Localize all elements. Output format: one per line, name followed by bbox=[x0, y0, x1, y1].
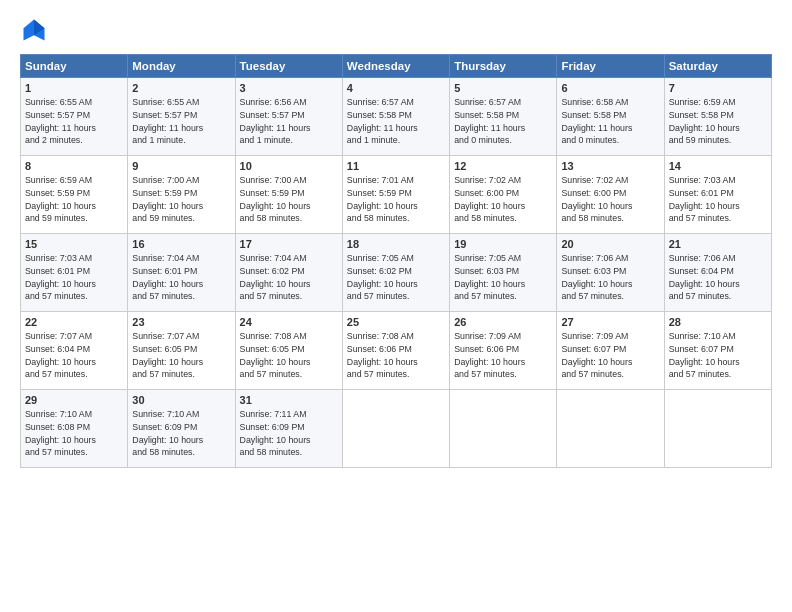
calendar-cell: 31Sunrise: 7:11 AMSunset: 6:09 PMDayligh… bbox=[235, 390, 342, 468]
calendar-cell: 29Sunrise: 7:10 AMSunset: 6:08 PMDayligh… bbox=[21, 390, 128, 468]
calendar-cell: 24Sunrise: 7:08 AMSunset: 6:05 PMDayligh… bbox=[235, 312, 342, 390]
calendar-row: 15Sunrise: 7:03 AMSunset: 6:01 PMDayligh… bbox=[21, 234, 772, 312]
calendar-row: 22Sunrise: 7:07 AMSunset: 6:04 PMDayligh… bbox=[21, 312, 772, 390]
calendar-cell: 7Sunrise: 6:59 AMSunset: 5:58 PMDaylight… bbox=[664, 78, 771, 156]
calendar-cell: 26Sunrise: 7:09 AMSunset: 6:06 PMDayligh… bbox=[450, 312, 557, 390]
calendar-cell bbox=[557, 390, 664, 468]
calendar-cell: 18Sunrise: 7:05 AMSunset: 6:02 PMDayligh… bbox=[342, 234, 449, 312]
calendar-cell: 9Sunrise: 7:00 AMSunset: 5:59 PMDaylight… bbox=[128, 156, 235, 234]
header-row: SundayMondayTuesdayWednesdayThursdayFrid… bbox=[21, 55, 772, 78]
calendar-cell: 23Sunrise: 7:07 AMSunset: 6:05 PMDayligh… bbox=[128, 312, 235, 390]
calendar-cell: 19Sunrise: 7:05 AMSunset: 6:03 PMDayligh… bbox=[450, 234, 557, 312]
calendar-cell: 28Sunrise: 7:10 AMSunset: 6:07 PMDayligh… bbox=[664, 312, 771, 390]
calendar-cell: 10Sunrise: 7:00 AMSunset: 5:59 PMDayligh… bbox=[235, 156, 342, 234]
calendar-cell: 16Sunrise: 7:04 AMSunset: 6:01 PMDayligh… bbox=[128, 234, 235, 312]
calendar-cell: 30Sunrise: 7:10 AMSunset: 6:09 PMDayligh… bbox=[128, 390, 235, 468]
calendar-row: 8Sunrise: 6:59 AMSunset: 5:59 PMDaylight… bbox=[21, 156, 772, 234]
col-header-monday: Monday bbox=[128, 55, 235, 78]
calendar-cell: 22Sunrise: 7:07 AMSunset: 6:04 PMDayligh… bbox=[21, 312, 128, 390]
logo bbox=[20, 16, 52, 44]
calendar-cell: 21Sunrise: 7:06 AMSunset: 6:04 PMDayligh… bbox=[664, 234, 771, 312]
calendar-cell: 17Sunrise: 7:04 AMSunset: 6:02 PMDayligh… bbox=[235, 234, 342, 312]
calendar-cell bbox=[664, 390, 771, 468]
col-header-tuesday: Tuesday bbox=[235, 55, 342, 78]
calendar-cell: 15Sunrise: 7:03 AMSunset: 6:01 PMDayligh… bbox=[21, 234, 128, 312]
calendar-cell: 3Sunrise: 6:56 AMSunset: 5:57 PMDaylight… bbox=[235, 78, 342, 156]
calendar-cell bbox=[450, 390, 557, 468]
col-header-friday: Friday bbox=[557, 55, 664, 78]
calendar-cell bbox=[342, 390, 449, 468]
calendar-row: 29Sunrise: 7:10 AMSunset: 6:08 PMDayligh… bbox=[21, 390, 772, 468]
calendar-cell: 27Sunrise: 7:09 AMSunset: 6:07 PMDayligh… bbox=[557, 312, 664, 390]
calendar-cell: 25Sunrise: 7:08 AMSunset: 6:06 PMDayligh… bbox=[342, 312, 449, 390]
calendar-table: SundayMondayTuesdayWednesdayThursdayFrid… bbox=[20, 54, 772, 468]
col-header-sunday: Sunday bbox=[21, 55, 128, 78]
calendar-cell: 11Sunrise: 7:01 AMSunset: 5:59 PMDayligh… bbox=[342, 156, 449, 234]
calendar-cell: 4Sunrise: 6:57 AMSunset: 5:58 PMDaylight… bbox=[342, 78, 449, 156]
calendar-cell: 13Sunrise: 7:02 AMSunset: 6:00 PMDayligh… bbox=[557, 156, 664, 234]
col-header-thursday: Thursday bbox=[450, 55, 557, 78]
calendar-cell: 12Sunrise: 7:02 AMSunset: 6:00 PMDayligh… bbox=[450, 156, 557, 234]
col-header-saturday: Saturday bbox=[664, 55, 771, 78]
header bbox=[20, 16, 772, 44]
calendar-cell: 6Sunrise: 6:58 AMSunset: 5:58 PMDaylight… bbox=[557, 78, 664, 156]
calendar-cell: 2Sunrise: 6:55 AMSunset: 5:57 PMDaylight… bbox=[128, 78, 235, 156]
calendar-cell: 20Sunrise: 7:06 AMSunset: 6:03 PMDayligh… bbox=[557, 234, 664, 312]
calendar-cell: 8Sunrise: 6:59 AMSunset: 5:59 PMDaylight… bbox=[21, 156, 128, 234]
logo-icon bbox=[20, 16, 48, 44]
calendar-cell: 1Sunrise: 6:55 AMSunset: 5:57 PMDaylight… bbox=[21, 78, 128, 156]
calendar-page: SundayMondayTuesdayWednesdayThursdayFrid… bbox=[0, 0, 792, 612]
calendar-row: 1Sunrise: 6:55 AMSunset: 5:57 PMDaylight… bbox=[21, 78, 772, 156]
calendar-cell: 14Sunrise: 7:03 AMSunset: 6:01 PMDayligh… bbox=[664, 156, 771, 234]
col-header-wednesday: Wednesday bbox=[342, 55, 449, 78]
calendar-cell: 5Sunrise: 6:57 AMSunset: 5:58 PMDaylight… bbox=[450, 78, 557, 156]
